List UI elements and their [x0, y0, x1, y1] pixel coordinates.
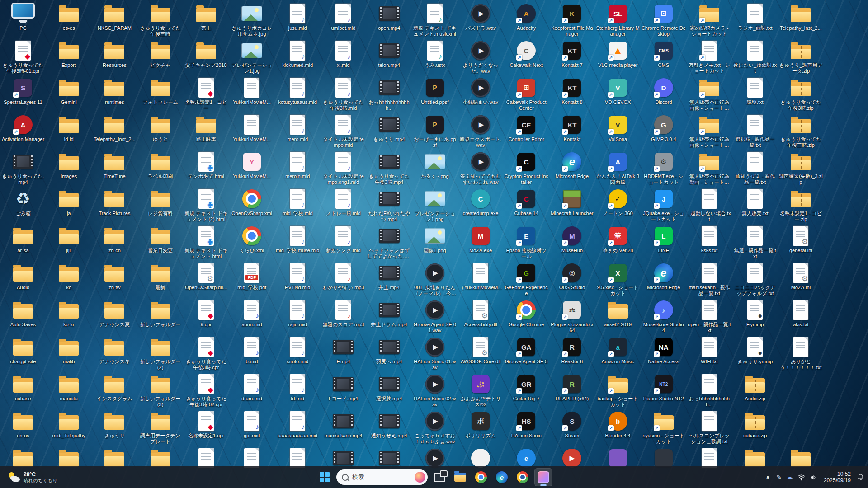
desktop-icon[interactable]: ↗無人販売不正行為画像 - ショートカッ... — [687, 77, 731, 111]
desktop-icon[interactable]: ▲↗VLC media player — [596, 40, 640, 68]
desktop-icon[interactable]: MMoZA.exe — [458, 225, 503, 253]
desktop-icon[interactable]: ヘッドフォンはずしててよかった.mp4 — [367, 225, 411, 259]
desktop-icon[interactable]: ◆きゅうり食ってた午後3時-02.cpr — [184, 373, 228, 408]
desktop-icon[interactable]: KT↗Kontakt — [550, 114, 594, 142]
desktop-icon[interactable]: 無人販売.txt — [733, 188, 777, 216]
desktop-icon[interactable] — [687, 447, 731, 469]
desktop-icon[interactable]: ksks.txt — [687, 225, 731, 253]
desktop-icon[interactable]: C↗Cubase 14 — [504, 188, 548, 216]
desktop-icon[interactable]: _起動しない場合.txt — [687, 188, 731, 222]
desktop-icon[interactable]: KT↗Kontakt 7 — [550, 40, 594, 68]
desktop-icon[interactable]: ニコニコバックアップフォルダ.txt — [733, 262, 777, 296]
desktop-icon[interactable]: A↗Activation Manager — [1, 114, 45, 142]
desktop-icon[interactable]: cubase — [1, 373, 45, 402]
desktop-icon[interactable]: ↗Google Chrome — [504, 299, 548, 328]
weather-widget[interactable]: 28°C 晴れのちくもり — [5, 469, 61, 485]
desktop-icon[interactable]: ar-sa — [1, 225, 45, 253]
desktop-icon[interactable]: E↗Epson 接続診断ツール — [504, 225, 548, 259]
desktop-icon[interactable]: G↗GIMP 3.0.4 — [642, 114, 686, 142]
desktop-icon[interactable]: ⚙Accessibility.dll — [458, 299, 503, 328]
desktop-icon[interactable]: ⚙AWSSDK.Core.dll — [458, 336, 503, 365]
desktop-icon[interactable]: ↗万引きメモ.txt - ショートカット — [687, 40, 731, 74]
taskbar-button-google-chrome[interactable] — [472, 468, 490, 486]
desktop-icon[interactable]: ▶こってゅｈｄすおｆｄｓｂふぁ.wav — [413, 410, 457, 445]
desktop-icon[interactable] — [733, 447, 777, 469]
desktop-icon[interactable]: PC — [1, 3, 45, 31]
desktop-icon[interactable]: ▶ — [550, 447, 594, 469]
desktop-icon[interactable]: Auto Saves — [1, 299, 45, 328]
desktop-icon[interactable]: X↗9.5.xlsx - ショートカット — [596, 262, 640, 296]
desktop-icon[interactable]: ↗家の防犯カメラ - ショートカット — [687, 3, 731, 37]
desktop-icon[interactable]: ↗backup - ショートカット — [596, 373, 640, 408]
desktop-icon[interactable]: 売上 — [184, 3, 228, 31]
desktop-icon[interactable]: 調声用データテンプレート — [138, 410, 183, 445]
desktop-icon[interactable]: airset2-2019 — [596, 299, 640, 328]
desktop-icon[interactable] — [458, 447, 503, 469]
desktop-icon[interactable]: ⚙OpenCvSharp.dll... — [184, 262, 228, 291]
desktop-icon[interactable]: A↗Audacity — [504, 3, 548, 31]
desktop-icon[interactable]: Track Pictures — [92, 188, 137, 216]
desktop-icon[interactable]: フォトフレーム — [138, 77, 183, 105]
desktop-icon[interactable]: ポポリリリズム — [458, 410, 503, 439]
clock[interactable]: 10:52 2025/09/19 — [822, 470, 853, 484]
desktop-icon[interactable]: ♪gpt.mid — [230, 410, 274, 439]
desktop-icon[interactable]: かるく~.png — [413, 151, 457, 179]
desktop-icon[interactable]: ♪タイトル未設定.tempo.mid — [321, 114, 365, 148]
desktop-icon[interactable]: ⚙↗HDDFMT.exe - ショートカット — [642, 151, 686, 185]
desktop-icon[interactable]: open - 親作品一覧.txt — [687, 299, 731, 333]
desktop-icon[interactable]: D↗Discord — [642, 77, 686, 105]
desktop-icon[interactable]: ♪mid_学校.mid — [275, 188, 320, 216]
desktop-icon[interactable]: es-es — [47, 3, 91, 31]
desktop-icon[interactable]: C↗Cakewalk Next — [504, 40, 548, 68]
desktop-icon[interactable] — [138, 447, 183, 469]
desktop-icon[interactable]: Telepathy_Inst_2... — [92, 114, 137, 142]
desktop-icon[interactable]: ⊡↗Chrome Remote Desktop — [642, 3, 686, 37]
desktop-icon[interactable]: Ccreatedump.exe — [458, 188, 503, 216]
desktop-icon[interactable]: cubase.zip — [733, 410, 777, 439]
desktop-icon[interactable]: ラジオ_歌詞.txt — [733, 3, 777, 31]
desktop-icon[interactable]: 井上ドラム.mp4 — [367, 299, 411, 328]
desktop-icon[interactable]: 無題 - 親作品一覧.txt — [733, 225, 777, 259]
desktop-icon[interactable]: ▶HALion Sonic 01.wav — [413, 336, 457, 371]
desktop-icon[interactable]: M↗MuseHub — [550, 225, 594, 253]
desktop-icon[interactable]: GR↗Guitar Rig 7 — [504, 373, 548, 402]
desktop-icon[interactable]: TimeTune — [92, 151, 137, 179]
desktop-icon[interactable]: ♪きゅうり食ってた午後3時.mid — [321, 77, 365, 111]
desktop-icon[interactable]: R↗Reaktor 6 — [550, 336, 594, 365]
desktop-icon[interactable] — [92, 447, 137, 469]
taskbar-button-microsoft-edge[interactable]: e — [493, 468, 511, 486]
desktop-icon[interactable]: 調声練習(失敗)_3.zip — [778, 151, 823, 185]
desktop-icon[interactable]: ♪umibet.mid — [321, 3, 365, 31]
desktop-icon[interactable]: 説明.txt — [733, 77, 777, 105]
desktop-icon[interactable]: ↗無人販売不正行為動画 - ショートカット — [687, 151, 731, 185]
volume-icon[interactable] — [810, 474, 817, 481]
desktop-icon[interactable]: ◉新規 テキスト ドキュメント.html — [184, 225, 228, 259]
desktop-icon[interactable]: YYukkuriMovieM... — [230, 151, 274, 179]
desktop-icon[interactable]: きゅうりポカコレ用サムネ.jpg — [230, 3, 274, 37]
desktop-icon[interactable]: NT2↗Piapro Studio NT2 — [642, 373, 686, 402]
desktop-icon[interactable]: R↗REAPER (x64) — [550, 373, 594, 402]
desktop-icon[interactable]: ♪aorin.mid — [230, 299, 274, 328]
desktop-icon[interactable]: F.mp4 — [321, 336, 365, 365]
desktop-icon[interactable]: YukkuriMovieM... — [230, 114, 274, 142]
desktop-icon[interactable]: アナウンス冬 — [92, 336, 137, 365]
desktop-icon[interactable]: ▶答え知っててもむずいわこれ.wav — [458, 151, 503, 185]
desktop-icon[interactable]: Pおーばーまにあ.ppsf — [413, 114, 457, 148]
desktop-icon[interactable]: YukkuriMovieM... — [230, 77, 274, 105]
desktop-icon[interactable]: ♪b.mid — [230, 336, 274, 365]
desktop-icon[interactable]: ♪うみ.ustx — [413, 40, 457, 68]
desktop-icon[interactable]: 選択肢 - 親作品一覧.txt — [733, 114, 777, 148]
desktop-icon[interactable]: ♪meroin.mid — [275, 151, 320, 179]
desktop-icon[interactable]: b↗Blender 4.4 — [596, 410, 640, 439]
desktop-icon[interactable]: ♪新規 テキスト ドキュメント.musicxml — [413, 3, 457, 37]
desktop-icon[interactable]: KT↗Kontakt 8 — [550, 77, 594, 105]
notification-bell-icon[interactable] — [857, 474, 864, 481]
desktop-icon[interactable]: プレゼンテーション1.png — [413, 188, 457, 222]
desktop-icon[interactable]: Gemini — [47, 77, 91, 105]
desktop-icon[interactable]: ◆名称未設定1.cpr — [184, 410, 228, 439]
desktop-surface[interactable]: PCes-esNKSC_PARAMきゅうり食ってた午後三時売上きゅうりポカコレ用… — [0, 0, 868, 488]
desktop-icon[interactable]: e — [504, 447, 548, 469]
desktop-icon[interactable] — [184, 447, 228, 469]
desktop-icon[interactable]: 画像1.png — [413, 225, 457, 253]
desktop-icon[interactable]: ▶Groove Agent SE 01.wav — [413, 299, 457, 333]
